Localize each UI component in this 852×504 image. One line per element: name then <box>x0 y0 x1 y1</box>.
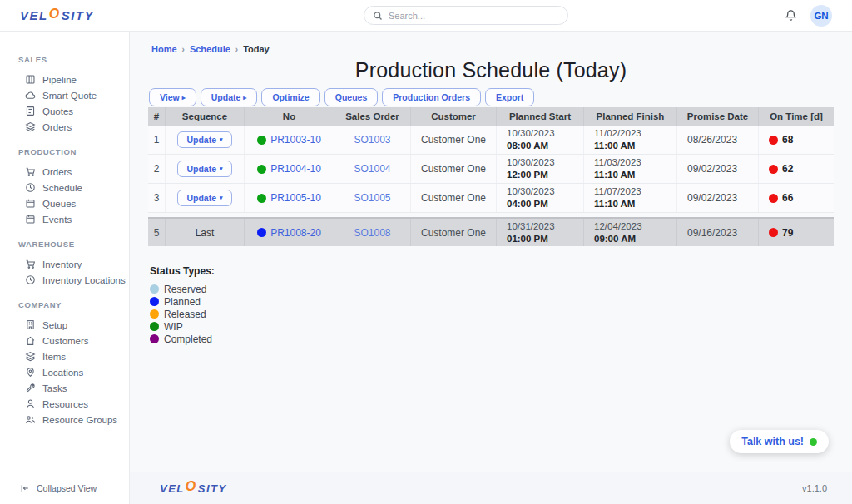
sidebar-item-resources[interactable]: Resources <box>0 396 129 412</box>
global-search[interactable] <box>364 6 568 25</box>
layers-icon <box>25 121 36 132</box>
sidebar-item-label: Pipeline <box>42 75 77 85</box>
sidebar-item-label: Inventory Locations <box>42 275 126 285</box>
production-order-link[interactable]: PR1004-10 <box>270 163 321 175</box>
sales-order-link[interactable]: SO1005 <box>354 192 390 204</box>
person-icon <box>25 398 36 409</box>
collapse-left-icon <box>20 483 30 493</box>
production-order-link[interactable]: PR1008-20 <box>270 227 321 239</box>
calendar-icon <box>25 198 36 209</box>
user-avatar[interactable]: GN <box>810 5 832 27</box>
table-row-last: 5 Last PR1008-20 SO1008 Customer One 10/… <box>148 217 834 246</box>
table-row: 3 Update▾ PR1005-10 SO1005 Customer One … <box>148 184 834 213</box>
on-time-value: 66 <box>782 192 793 204</box>
footer-brand-logo: VELOSITY <box>160 481 227 496</box>
chat-widget-button[interactable]: Talk with us! <box>730 430 829 453</box>
view-button[interactable]: View▸ <box>149 88 196 106</box>
legend-item-released: Released <box>150 308 852 320</box>
clock-icon <box>25 274 36 285</box>
optimize-button[interactable]: Optimize <box>261 88 320 106</box>
building-icon <box>25 319 36 330</box>
update-button[interactable]: Update▸ <box>201 88 258 106</box>
sidebar-item-events[interactable]: Events <box>0 211 129 227</box>
sidebar-item-label: Orders <box>42 122 72 132</box>
collapse-sidebar-button[interactable]: Collapsed View <box>0 472 130 504</box>
sidebar-item-items[interactable]: Items <box>0 348 129 364</box>
sidebar-item-setup[interactable]: Setup <box>0 317 129 333</box>
sidebar-item-label: Quotes <box>42 106 73 116</box>
section-label-company: COMPANY <box>0 300 129 309</box>
row-update-button[interactable]: Update▾ <box>177 131 231 148</box>
planned-start-time: 04:00 PM <box>507 198 555 210</box>
planned-start-date: 10/30/2023 <box>507 185 555 198</box>
sidebar-item-smart-quote[interactable]: Smart Quote <box>0 87 129 103</box>
app-version: v1.1.0 <box>802 483 827 493</box>
sidebar-item-label: Schedule <box>42 183 82 193</box>
breadcrumb-current: Today <box>243 44 270 54</box>
calendar-icon <box>25 214 36 225</box>
breadcrumb-home[interactable]: Home <box>151 44 177 54</box>
table-row: 2 Update▾ PR1004-10 SO1004 Customer One … <box>148 155 834 184</box>
sidebar-section-sales: SALES Pipeline Smart Quote Quotes Orders <box>0 55 129 135</box>
sidebar-item-label: Orders <box>42 167 72 177</box>
row-update-button[interactable]: Update▾ <box>177 161 231 177</box>
sales-order-link[interactable]: SO1008 <box>354 227 390 239</box>
planned-start-date: 10/30/2023 <box>507 127 555 140</box>
people-icon <box>25 414 36 425</box>
sidebar-item-inventory-locations[interactable]: Inventory Locations <box>0 272 129 288</box>
bell-icon <box>785 9 797 22</box>
legend-title: Status Types: <box>150 265 852 277</box>
completed-dot <box>150 334 159 343</box>
top-bar: VELOSITY GN <box>0 0 852 32</box>
cart-icon <box>25 259 36 269</box>
planned-finish-date: 12/04/2023 <box>594 220 642 233</box>
planned-finish-time: 11:10 AM <box>594 198 641 210</box>
legend-item-completed: Completed <box>150 333 852 345</box>
breadcrumb-schedule[interactable]: Schedule <box>190 44 230 54</box>
sidebar: SALES Pipeline Smart Quote Quotes Orders <box>0 32 130 472</box>
sidebar-item-quotes[interactable]: Quotes <box>0 103 129 119</box>
sidebar-section-warehouse: WAREHOUSE Inventory Inventory Locations <box>0 240 129 288</box>
search-input[interactable] <box>389 11 559 21</box>
sidebar-item-customers[interactable]: Customers <box>0 333 129 348</box>
production-orders-button[interactable]: Production Orders <box>382 88 481 106</box>
sidebar-item-tasks[interactable]: Tasks <box>0 380 129 396</box>
status-legend: Status Types: Reserved Planned Released … <box>150 265 852 345</box>
row-num: 2 <box>148 155 165 183</box>
planned-start-time: 12:00 PM <box>507 169 555 181</box>
brand-logo[interactable]: VELOSITY <box>20 8 170 23</box>
sidebar-item-inventory[interactable]: Inventory <box>0 256 129 272</box>
legend-item-wip: WIP <box>150 320 852 333</box>
sidebar-item-production-orders[interactable]: Orders <box>0 164 129 180</box>
chevron-right-icon: › <box>182 45 185 54</box>
export-button[interactable]: Export <box>485 88 534 106</box>
planned-finish-time: 11:10 AM <box>594 169 641 181</box>
promise-date-cell: 09/02/2023 <box>676 155 758 183</box>
caret-down-icon: ▾ <box>220 166 223 172</box>
queues-button[interactable]: Queues <box>324 88 379 106</box>
sidebar-item-sales-orders[interactable]: Orders <box>0 119 129 135</box>
row-update-button[interactable]: Update▾ <box>177 190 231 206</box>
status-dot <box>257 194 266 203</box>
sidebar-item-locations[interactable]: Locations <box>0 364 129 380</box>
sales-order-link[interactable]: SO1003 <box>354 134 390 146</box>
chat-label: Talk with us! <box>741 436 804 447</box>
col-header-num: # <box>148 107 165 126</box>
col-header-sequence: Sequence <box>165 107 244 126</box>
cloud-icon <box>25 90 36 101</box>
sidebar-item-pipeline[interactable]: Pipeline <box>0 72 129 87</box>
sidebar-item-resource-groups[interactable]: Resource Groups <box>0 412 129 427</box>
caret-down-icon: ▾ <box>220 195 223 201</box>
col-header-promise-date: Promise Date <box>676 107 758 126</box>
col-header-no: No <box>244 107 334 126</box>
planned-dot <box>150 297 159 306</box>
sidebar-item-queues[interactable]: Queues <box>0 195 129 211</box>
on-time-dot <box>769 165 778 174</box>
notifications-button[interactable] <box>785 9 797 22</box>
sidebar-item-schedule[interactable]: Schedule <box>0 180 129 195</box>
app-window: VELOSITY GN SALES Pipeline <box>0 0 852 504</box>
sales-order-link[interactable]: SO1004 <box>354 163 390 175</box>
row-num: 1 <box>148 126 165 154</box>
production-order-link[interactable]: PR1005-10 <box>270 192 321 204</box>
production-order-link[interactable]: PR1003-10 <box>270 134 321 146</box>
